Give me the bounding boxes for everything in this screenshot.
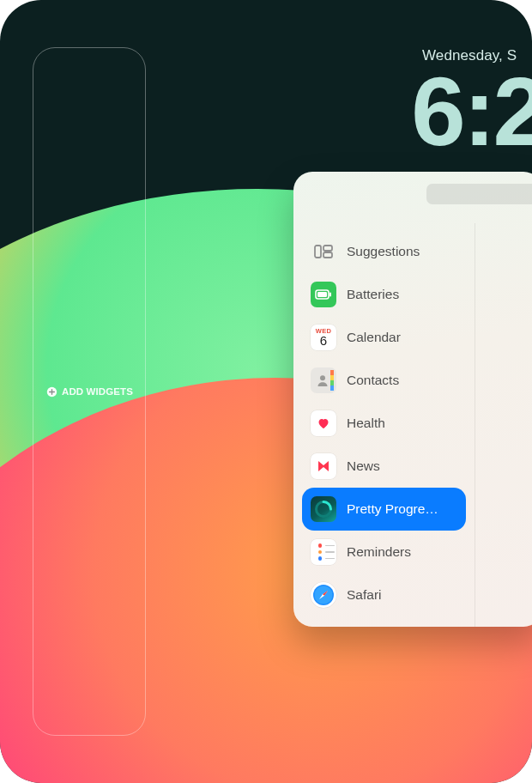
sidebar-item-batteries[interactable]: Batteries: [302, 273, 466, 316]
widget-app-sidebar: Suggestions Batteries WED 6 Calendar: [293, 223, 475, 627]
calendar-icon-day: 6: [320, 334, 327, 347]
reminders-icon: [311, 539, 336, 565]
safari-icon: [311, 582, 336, 608]
svg-rect-1: [315, 246, 321, 258]
sidebar-item-label: Health: [347, 416, 457, 431]
sidebar-item-safari[interactable]: Safari: [302, 574, 466, 616]
lockscreen-canvas: Wednesday, S 6:2 ADD WIDGETS Displa Sugg…: [0, 0, 532, 783]
svg-rect-3: [323, 252, 332, 258]
sidebar-item-pretty-progress[interactable]: Pretty Progre…: [302, 488, 466, 531]
widget-slot[interactable]: ADD WIDGETS: [33, 47, 146, 736]
sidebar-item-label: Reminders: [347, 544, 457, 560]
widget-picker-panel: Displa Suggestions Batteries: [293, 172, 532, 627]
svg-rect-6: [329, 293, 331, 297]
plus-circle-icon: [45, 385, 57, 398]
sidebar-item-news[interactable]: News: [302, 445, 466, 488]
add-widgets-label: ADD WIDGETS: [62, 386, 133, 397]
sidebar-item-label: Calendar: [347, 330, 457, 345]
panel-body: Suggestions Batteries WED 6 Calendar: [293, 223, 532, 627]
sidebar-item-reminders[interactable]: Reminders: [302, 531, 466, 574]
suggestions-icon: [311, 239, 336, 264]
calendar-icon: WED 6: [311, 325, 336, 350]
time-label: 6:2: [411, 63, 532, 161]
health-icon: [311, 410, 336, 436]
sidebar-item-label: Suggestions: [347, 244, 457, 259]
sidebar-item-contacts[interactable]: Contacts: [302, 359, 466, 402]
svg-rect-5: [317, 292, 327, 297]
svg-point-7: [320, 375, 325, 380]
sidebar-item-label: News: [347, 458, 457, 474]
sidebar-item-calendar[interactable]: WED 6 Calendar: [302, 316, 466, 359]
clock-area: Wednesday, S 6:2: [402, 47, 532, 161]
sidebar-item-label: Batteries: [347, 287, 457, 302]
sidebar-item-health[interactable]: Health: [302, 402, 466, 445]
pretty-progress-icon: [311, 496, 336, 522]
contacts-icon: [311, 367, 336, 393]
svg-rect-2: [323, 246, 332, 251]
sidebar-item-label: Pretty Progre…: [347, 501, 457, 517]
sidebar-item-suggestions[interactable]: Suggestions: [302, 230, 466, 273]
sidebar-item-label: Safari: [347, 587, 457, 603]
batteries-icon: [311, 282, 336, 307]
search-input[interactable]: [426, 184, 532, 204]
sidebar-item-label: Contacts: [347, 373, 457, 388]
news-icon: [311, 453, 336, 479]
add-widgets-button[interactable]: ADD WIDGETS: [45, 385, 133, 398]
